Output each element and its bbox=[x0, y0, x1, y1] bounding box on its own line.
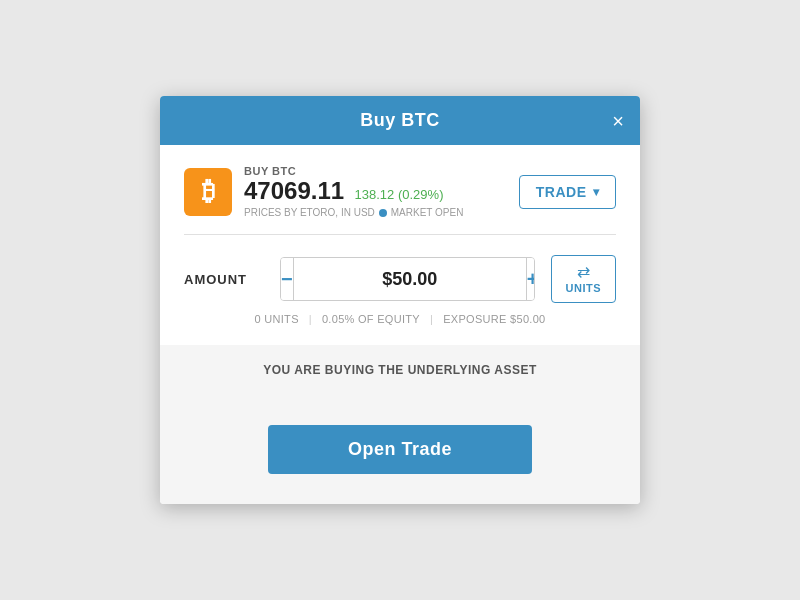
prices-by-label: PRICES BY ETORO, IN USD bbox=[244, 207, 375, 218]
trade-dropdown-button[interactable]: TRADE ▾ bbox=[519, 175, 616, 209]
modal-title: Buy BTC bbox=[360, 110, 440, 131]
chevron-down-icon: ▾ bbox=[593, 185, 600, 199]
modal-footer: Open Trade bbox=[160, 395, 640, 504]
open-trade-button[interactable]: Open Trade bbox=[268, 425, 532, 474]
amount-row: AMOUNT − + ⇄ UNITS bbox=[184, 255, 616, 303]
asset-change: 138.12 (0.29%) bbox=[355, 187, 444, 202]
amount-controls: − + bbox=[280, 257, 535, 301]
btc-symbol: ₿ bbox=[202, 176, 215, 207]
buy-btc-modal: Buy BTC × ₿ BUY BTC 47069.11 138.12 (0.2… bbox=[160, 96, 640, 504]
increment-button[interactable]: + bbox=[526, 258, 535, 300]
units-toggle-button[interactable]: ⇄ UNITS bbox=[551, 255, 617, 303]
underlying-asset-message: YOU ARE BUYING THE UNDERLYING ASSET bbox=[160, 345, 640, 395]
btc-icon: ₿ bbox=[184, 168, 232, 216]
market-open-icon bbox=[379, 209, 387, 217]
meta-sep-1: | bbox=[309, 313, 312, 325]
units-count: 0 UNITS bbox=[255, 313, 299, 325]
meta-sep-2: | bbox=[430, 313, 433, 325]
swap-icon: ⇄ bbox=[577, 264, 590, 280]
asset-info: ₿ BUY BTC 47069.11 138.12 (0.29%) PRICES… bbox=[184, 165, 463, 218]
asset-price: 47069.11 bbox=[244, 177, 344, 204]
market-status: MARKET OPEN bbox=[391, 207, 464, 218]
exposure: EXPOSURE $50.00 bbox=[443, 313, 545, 325]
units-label: UNITS bbox=[566, 282, 602, 294]
modal-body: ₿ BUY BTC 47069.11 138.12 (0.29%) PRICES… bbox=[160, 145, 640, 395]
asset-label: BUY BTC bbox=[244, 165, 463, 177]
close-button[interactable]: × bbox=[612, 111, 624, 131]
trade-button-label: TRADE bbox=[536, 184, 587, 200]
modal-header: Buy BTC × bbox=[160, 96, 640, 145]
asset-sub: PRICES BY ETORO, IN USD MARKET OPEN bbox=[244, 207, 463, 218]
meta-row: 0 UNITS | 0.05% OF EQUITY | EXPOSURE $50… bbox=[184, 313, 616, 325]
asset-row: ₿ BUY BTC 47069.11 138.12 (0.29%) PRICES… bbox=[184, 165, 616, 218]
equity-pct: 0.05% OF EQUITY bbox=[322, 313, 420, 325]
amount-label: AMOUNT bbox=[184, 272, 264, 287]
decrement-button[interactable]: − bbox=[281, 258, 294, 300]
amount-input[interactable] bbox=[294, 269, 526, 290]
divider bbox=[184, 234, 616, 235]
price-row: 47069.11 138.12 (0.29%) bbox=[244, 177, 463, 205]
asset-details: BUY BTC 47069.11 138.12 (0.29%) PRICES B… bbox=[244, 165, 463, 218]
